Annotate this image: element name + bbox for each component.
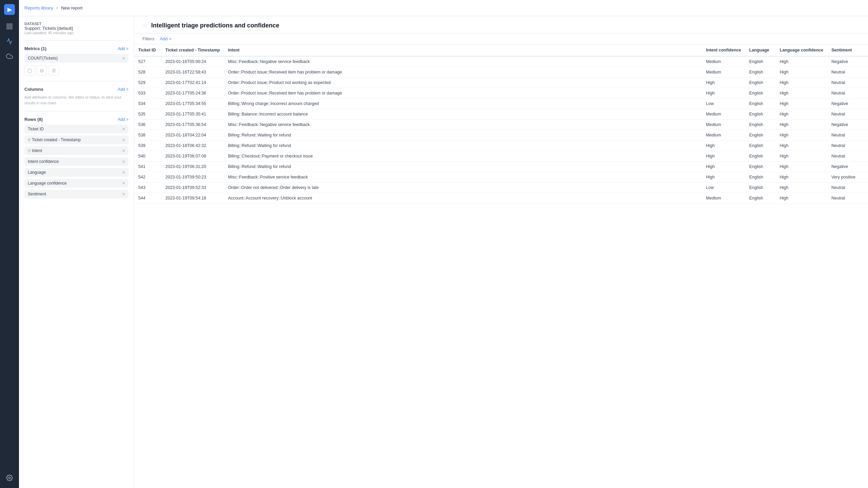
cell-timestamp: 2023-01-19T06:31:20 xyxy=(161,162,224,172)
svg-rect-3 xyxy=(10,27,12,29)
cell-sentiment: Neutral xyxy=(827,193,868,204)
cell-lang-conf: High xyxy=(776,120,828,130)
cell-ticket-id: 534 xyxy=(134,99,161,109)
row-remove-lang-conf[interactable]: × xyxy=(122,181,125,186)
metric-list-icon[interactable]: ☰ xyxy=(49,65,59,76)
nav-cloud[interactable] xyxy=(3,50,16,62)
row-remove-sentiment[interactable]: × xyxy=(122,192,125,196)
content-area: Dataset Support: Tickets [default] Last … xyxy=(19,16,868,488)
filters-add[interactable]: Add > xyxy=(160,36,171,41)
cell-intent-conf: High xyxy=(702,151,745,162)
metric-remove-button[interactable]: × xyxy=(122,56,125,61)
col-header-sentiment[interactable]: Sentiment xyxy=(827,44,868,56)
cell-lang-conf: High xyxy=(776,88,828,99)
metric-chip-count: COUNT(Tickets) × xyxy=(24,54,128,63)
data-table: Ticket ID Ticket created - Timestamp Int… xyxy=(134,44,868,204)
cell-timestamp: 2023-01-19T09:52:33 xyxy=(161,183,224,193)
cell-lang-conf: High xyxy=(776,67,828,78)
filter-icon-timestamp: ▽ xyxy=(28,138,31,142)
table-row: 535 2023-01-17T05:35:41 Billing::Balance… xyxy=(134,109,868,120)
cell-lang-conf: High xyxy=(776,109,828,120)
cell-intent: Billing::Checkout::Payment or checkout i… xyxy=(224,151,702,162)
cell-language: English xyxy=(745,151,776,162)
breadcrumb-library[interactable]: Reports library xyxy=(24,5,53,10)
table-body: 527 2023-01-16T05:00:24 Misc::Feedback::… xyxy=(134,56,868,204)
cell-intent-conf: Low xyxy=(702,183,745,193)
favorite-icon[interactable]: ☆ xyxy=(142,22,148,29)
cell-intent-conf: Medium xyxy=(702,130,745,141)
col-header-ticket-id[interactable]: Ticket ID xyxy=(134,44,161,56)
col-header-intent[interactable]: Intent xyxy=(224,44,702,56)
row-chip-lang-conf: Language confidence × xyxy=(24,179,128,188)
table-row: 544 2023-01-19T09:54:18 Account::Account… xyxy=(134,193,868,204)
nav-analytics[interactable] xyxy=(3,35,16,47)
metric-table-icon[interactable]: ⊟ xyxy=(37,65,47,76)
cell-lang-conf: High xyxy=(776,130,828,141)
cell-ticket-id: 535 xyxy=(134,109,161,120)
top-bar: Reports library > New report xyxy=(19,0,868,16)
cell-lang-conf: High xyxy=(776,172,828,183)
cell-intent: Billing::Balance::Incorrect account bala… xyxy=(224,109,702,120)
cell-sentiment: Negative xyxy=(827,56,868,67)
cell-sentiment: Negative xyxy=(827,99,868,109)
table-row: 533 2023-01-17T05:24:36 Order::Product i… xyxy=(134,88,868,99)
nav-settings[interactable] xyxy=(3,472,16,484)
cell-ticket-id: 539 xyxy=(134,141,161,151)
cell-timestamp: 2023-01-17T05:35:41 xyxy=(161,109,224,120)
cell-ticket-id: 536 xyxy=(134,120,161,130)
svg-point-4 xyxy=(9,477,11,479)
cell-intent-conf: High xyxy=(702,172,745,183)
columns-add[interactable]: Add > xyxy=(118,87,128,92)
cell-ticket-id: 543 xyxy=(134,183,161,193)
col-header-language[interactable]: Language xyxy=(745,44,776,56)
row-remove-ticket-id[interactable]: × xyxy=(122,127,125,131)
cell-timestamp: 2023-01-17T02:41:14 xyxy=(161,78,224,88)
metric-chart-icon[interactable]: ◯ xyxy=(24,65,35,76)
row-remove-intent[interactable]: × xyxy=(122,148,125,153)
row-chip-label-intent: ▽ Intent xyxy=(28,148,42,153)
cell-intent: Misc::Feedback::Positive service feedbac… xyxy=(224,172,702,183)
cell-intent: Misc::Feedback::Negative service feedbac… xyxy=(224,56,702,67)
row-chip-intent: ▽ Intent × xyxy=(24,146,128,155)
cell-language: English xyxy=(745,109,776,120)
cell-intent: Billing::Refund::Waiting for refund xyxy=(224,162,702,172)
col-header-timestamp[interactable]: Ticket created - Timestamp xyxy=(161,44,224,56)
metrics-add[interactable]: Add > xyxy=(118,46,128,51)
cell-language: English xyxy=(745,78,776,88)
cell-sentiment: Neutral xyxy=(827,88,868,99)
cell-intent-conf: Medium xyxy=(702,109,745,120)
cell-intent-conf: Medium xyxy=(702,120,745,130)
row-chip-ticket-id: Ticket ID × xyxy=(24,125,128,133)
row-remove-language[interactable]: × xyxy=(122,170,125,175)
cell-ticket-id: 544 xyxy=(134,193,161,204)
dataset-name: Support: Tickets [default] xyxy=(24,26,128,31)
cell-intent: Order::Product issue::Received item has … xyxy=(224,67,702,78)
col-header-intent-conf[interactable]: Intent confidence xyxy=(702,44,745,56)
row-chip-sentiment: Sentiment × xyxy=(24,190,128,198)
table-row: 543 2023-01-19T09:52:33 Order::Order not… xyxy=(134,183,868,193)
row-chip-label-timestamp: ▽ Ticket created - Timestamp xyxy=(28,137,81,142)
cell-lang-conf: High xyxy=(776,183,828,193)
cell-timestamp: 2023-01-18T04:22:04 xyxy=(161,130,224,141)
rows-add[interactable]: Add > xyxy=(118,117,128,122)
cell-intent: Order::Product issue::Product not workin… xyxy=(224,78,702,88)
table-row: 528 2023-01-16T22:58:43 Order::Product i… xyxy=(134,67,868,78)
cell-ticket-id: 541 xyxy=(134,162,161,172)
cell-timestamp: 2023-01-19T09:50:23 xyxy=(161,172,224,183)
cell-timestamp: 2023-01-17T05:36:54 xyxy=(161,120,224,130)
col-header-lang-conf[interactable]: Language confidence xyxy=(776,44,828,56)
table-row: 542 2023-01-19T09:50:23 Misc::Feedback::… xyxy=(134,172,868,183)
cell-language: English xyxy=(745,88,776,99)
cell-ticket-id: 540 xyxy=(134,151,161,162)
row-chip-language: Language × xyxy=(24,168,128,177)
cell-intent: Billing::Wrong charge::Incorrect amount … xyxy=(224,99,702,109)
row-chip-label-intent-conf: Intent confidence xyxy=(28,159,59,164)
row-remove-timestamp[interactable]: × xyxy=(122,137,125,142)
left-nav: ▶ xyxy=(0,0,19,488)
app-logo[interactable]: ▶ xyxy=(4,4,15,15)
row-chip-label-language: Language xyxy=(28,170,46,175)
row-remove-intent-conf[interactable]: × xyxy=(122,159,125,164)
nav-dashboard[interactable] xyxy=(3,20,16,33)
cell-intent-conf: High xyxy=(702,141,745,151)
cell-intent: Account::Account recovery::Unblock accou… xyxy=(224,193,702,204)
